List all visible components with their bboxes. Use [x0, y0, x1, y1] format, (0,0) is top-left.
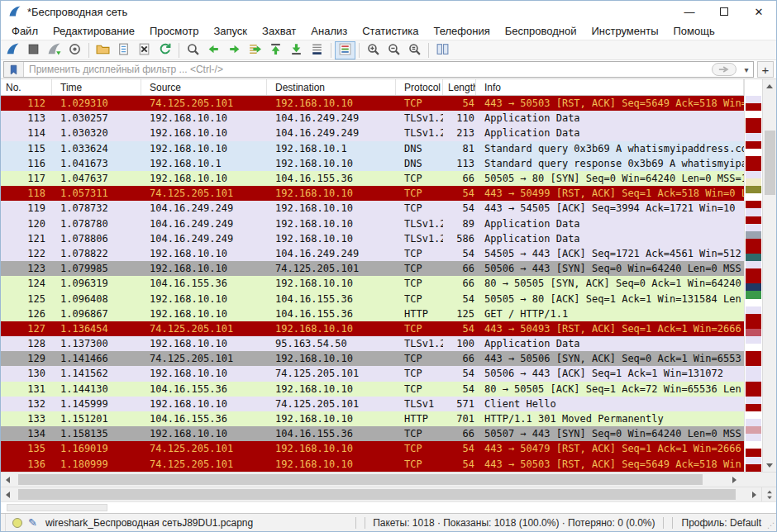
packet-row[interactable]: 1281.137300192.168.10.1095.163.54.50TLSv… — [1, 336, 744, 351]
packet-row[interactable]: 1171.047637192.168.10.10104.16.155.36TCP… — [1, 171, 744, 186]
packet-row[interactable]: 1221.078822192.168.10.10104.16.249.249TC… — [1, 246, 744, 261]
menu-item-10[interactable]: Инструменты — [584, 22, 665, 40]
scroll-left-button-2[interactable] — [1, 487, 15, 501]
chevron-down-icon: ▾ — [744, 65, 748, 74]
horizontal-scrollbar-list[interactable] — [1, 472, 776, 487]
vertical-scrollbar[interactable] — [762, 79, 776, 472]
menu-item-6[interactable]: Анализ — [303, 22, 355, 40]
packet-row[interactable]: 1251.096408192.168.10.10104.16.155.36TCP… — [1, 291, 744, 306]
add-filter-button[interactable]: + — [757, 61, 774, 78]
capture-options-icon — [68, 42, 82, 59]
scroll-right-button[interactable] — [727, 473, 741, 487]
packet-row[interactable]: 1181.05731174.125.205.101192.168.10.10TC… — [1, 186, 744, 201]
go-forward-button[interactable] — [224, 41, 245, 59]
stop-capture-button[interactable] — [23, 41, 44, 59]
packet-row[interactable]: 1331.151201104.16.155.36192.168.10.10HTT… — [1, 411, 744, 426]
packet-row[interactable]: 1351.16901974.125.205.101192.168.10.10TC… — [1, 441, 744, 456]
packet-row[interactable]: 1301.141562192.168.10.1074.125.205.101TC… — [1, 366, 744, 381]
hscroll-track-2[interactable] — [15, 487, 747, 501]
capture-options-button[interactable] — [64, 41, 85, 59]
packet-row[interactable]: 1141.030320192.168.10.10104.16.249.249TL… — [1, 126, 744, 140]
packet-protocol: TCP — [396, 428, 443, 439]
profile-label[interactable]: Профиль: Default — [682, 517, 762, 529]
packet-no: 120 — [1, 218, 52, 230]
packet-info: Application Data — [476, 338, 744, 349]
menu-item-11[interactable]: Помощь — [666, 22, 722, 40]
menu-item-4[interactable]: Запуск — [206, 22, 255, 40]
packet-row[interactable]: 1231.079985192.168.10.1074.125.205.101TC… — [1, 261, 744, 276]
resize-columns-button[interactable] — [432, 41, 453, 59]
packet-row[interactable]: 1131.030257192.168.10.10104.16.249.249TL… — [1, 111, 744, 126]
close-button[interactable]: ✕ — [741, 1, 776, 22]
close-file-button[interactable] — [134, 41, 155, 59]
packet-row[interactable]: 1121.02931074.125.205.101192.168.10.10TC… — [1, 96, 744, 111]
go-first-button[interactable] — [265, 41, 286, 59]
packet-row[interactable]: 1191.078732104.16.249.249192.168.10.10TC… — [1, 201, 744, 216]
packet-length: 54 — [443, 383, 476, 395]
scroll-down-button[interactable] — [763, 458, 776, 472]
packet-row[interactable]: 1291.14146674.125.205.101192.168.10.10TC… — [1, 351, 744, 366]
capture-comment-icon[interactable]: ✎ — [28, 516, 37, 529]
horizontal-scrollbar-detail[interactable] — [1, 487, 776, 501]
menu-item-9[interactable]: Беспроводной — [498, 22, 584, 40]
find-packet-button[interactable] — [183, 41, 203, 59]
packet-row[interactable]: 1321.145999192.168.10.1074.125.205.101TL… — [1, 397, 744, 411]
filter-dropdown-button[interactable]: ▾ — [740, 65, 753, 74]
go-last-button[interactable] — [286, 41, 307, 59]
column-header-info[interactable]: Info — [476, 79, 744, 95]
menu-item-7[interactable]: Статистика — [355, 22, 426, 40]
packet-length: 89 — [443, 218, 476, 230]
column-header-protocol[interactable]: Protocol — [396, 79, 443, 95]
save-file-button[interactable] — [113, 41, 134, 59]
go-to-packet-button[interactable] — [245, 41, 265, 59]
scroll-right-button-2[interactable] — [747, 487, 761, 501]
packet-row[interactable]: 1271.13645474.125.205.101192.168.10.10TC… — [1, 321, 744, 336]
menu-item-8[interactable]: Телефония — [426, 22, 497, 40]
column-header-source[interactable]: Source — [141, 79, 267, 95]
pane-spin-control[interactable] — [761, 487, 776, 501]
hscroll-thumb[interactable] — [18, 474, 703, 485]
zoom-out-button[interactable] — [384, 41, 404, 59]
colorize-button[interactable] — [335, 41, 355, 59]
display-filter-input[interactable] — [24, 64, 712, 75]
vertical-scrollbar-thumb[interactable] — [765, 131, 775, 195]
hscroll-thumb-2[interactable] — [18, 489, 736, 500]
menu-item-5[interactable]: Захват — [255, 22, 303, 40]
packet-row[interactable]: 1211.078806104.16.249.249192.168.10.10TL… — [1, 231, 744, 246]
start-capture-button[interactable] — [2, 41, 23, 59]
column-header-no[interactable]: No. — [1, 79, 52, 95]
packet-row[interactable]: 1311.144130104.16.155.36192.168.10.10TCP… — [1, 382, 744, 397]
zoom-in-button[interactable] — [363, 41, 384, 59]
restart-capture-button[interactable] — [44, 41, 64, 59]
zoom-reset-button[interactable] — [404, 41, 425, 59]
resize-grip[interactable]: ⋰ — [768, 514, 776, 531]
packet-row[interactable]: 1361.18099974.125.205.101192.168.10.10TC… — [1, 457, 744, 472]
expert-info-icon[interactable] — [12, 518, 22, 528]
hscroll-track[interactable] — [15, 473, 727, 487]
filter-bookmark-button[interactable] — [4, 62, 24, 77]
packet-row[interactable]: 1151.033624192.168.10.10192.168.10.1DNS8… — [1, 141, 744, 156]
detail-pane-handle[interactable] — [7, 504, 107, 511]
packet-row[interactable]: 1241.096319104.16.155.36192.168.10.10TCP… — [1, 276, 744, 291]
scroll-left-button[interactable] — [1, 473, 15, 487]
menu-item-2[interactable]: Редактирование — [45, 22, 142, 40]
auto-scroll-button[interactable] — [307, 41, 327, 59]
packet-info: 443 → 50499 [RST, ACK] Seq=1 Ack=518 Win… — [476, 188, 744, 199]
apply-filter-button[interactable] — [712, 63, 736, 76]
packet-row[interactable]: 1341.158135192.168.10.10104.16.155.36TCP… — [1, 426, 744, 441]
packet-row[interactable]: 1261.096867192.168.10.10104.16.155.36HTT… — [1, 306, 744, 321]
minimize-button[interactable]: — — [672, 1, 707, 22]
open-file-button[interactable] — [93, 41, 113, 59]
maximize-button[interactable] — [707, 1, 741, 22]
intelligent-scrollbar-minimap[interactable] — [744, 79, 762, 472]
go-back-button[interactable] — [203, 41, 224, 59]
reload-file-button[interactable] — [155, 41, 175, 59]
menu-item-3[interactable]: Просмотр — [142, 22, 206, 40]
column-header-destination[interactable]: Destination — [267, 79, 396, 95]
menu-item-1[interactable]: Файл — [4, 22, 45, 40]
packet-row[interactable]: 1201.078780104.16.249.249192.168.10.10TL… — [1, 216, 744, 231]
column-header-time[interactable]: Time — [52, 79, 141, 95]
column-header-length[interactable]: Length — [443, 79, 476, 95]
packet-row[interactable]: 1161.041673192.168.10.1192.168.10.10DNS1… — [1, 156, 744, 171]
scroll-up-button[interactable] — [763, 79, 776, 93]
